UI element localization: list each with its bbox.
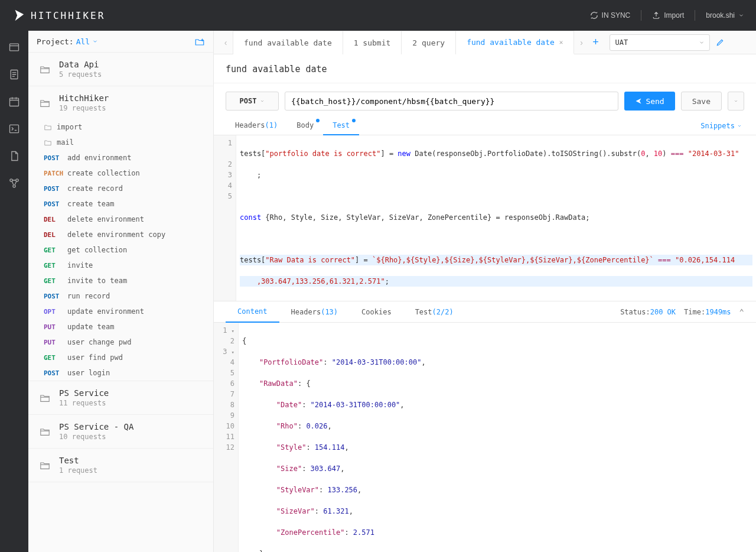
send-icon xyxy=(635,98,642,105)
subtab-headers[interactable]: Headers(1) xyxy=(226,116,287,135)
project-filter[interactable]: Project: All xyxy=(28,31,213,53)
method-select[interactable]: POST xyxy=(226,92,279,111)
request-item[interactable]: GETuser find pwd xyxy=(28,350,213,365)
folder-icon xyxy=(39,427,51,436)
nav-rail xyxy=(0,31,28,552)
request-item[interactable]: GETget collection xyxy=(28,242,213,258)
folder-icon xyxy=(39,393,51,402)
app-header: HITCHHIKER IN SYNC Import brook.shi xyxy=(0,0,756,31)
folder-icon xyxy=(44,139,52,146)
chevron-down-icon xyxy=(737,124,742,128)
request-tabbar: ‹ fund available date1 submit2 queryfund… xyxy=(214,31,756,54)
url-input[interactable] xyxy=(285,92,618,111)
nav-file-icon[interactable] xyxy=(8,150,20,162)
brand-text: HITCHHIKER xyxy=(31,10,105,21)
pencil-icon xyxy=(716,38,724,47)
request-tab[interactable]: 2 query xyxy=(402,31,456,54)
svg-point-4 xyxy=(10,179,12,181)
chevron-down-icon xyxy=(260,99,265,103)
chevron-down-icon xyxy=(699,40,705,46)
request-tab[interactable]: fund available date xyxy=(233,31,343,54)
sidebar: Project: All Data Api5 requestsHitchHike… xyxy=(28,31,214,552)
request-item[interactable]: OPTupdate environment xyxy=(28,304,213,319)
tabs-scroll-right[interactable]: › xyxy=(574,38,588,47)
request-item[interactable]: DELdelete environment xyxy=(28,212,213,227)
request-item[interactable]: PUTupdate team xyxy=(28,319,213,335)
folder-icon xyxy=(39,98,51,108)
subtab-body[interactable]: Body xyxy=(287,116,323,135)
user-menu[interactable]: brook.shi xyxy=(706,11,744,20)
tabs-scroll-left[interactable]: ‹ xyxy=(219,38,233,47)
environment-select[interactable]: UAT xyxy=(610,34,710,51)
save-button[interactable]: Save xyxy=(681,92,722,111)
request-title: fund available date xyxy=(214,54,756,83)
request-item[interactable]: POSTadd environment xyxy=(28,150,213,165)
nav-doc-icon[interactable] xyxy=(8,69,20,80)
test-editor[interactable]: 12345 tests["portfolio date is correct"]… xyxy=(214,135,756,301)
folder-icon xyxy=(44,124,52,131)
import-button[interactable]: Import xyxy=(652,11,684,20)
collection-header[interactable]: PS Service11 requests xyxy=(28,381,213,414)
collection-header[interactable]: HitchHiker19 requests xyxy=(28,86,213,119)
brand-logo: HITCHHIKER xyxy=(12,9,105,22)
dot-indicator xyxy=(316,119,320,122)
svg-point-5 xyxy=(16,179,18,181)
new-tab-button[interactable]: + xyxy=(588,36,602,48)
collapse-response-button[interactable]: ⌃ xyxy=(739,307,744,317)
close-icon[interactable]: ✕ xyxy=(559,38,563,46)
request-tab[interactable]: fund available date✕ xyxy=(456,31,574,54)
subtab-test[interactable]: Test xyxy=(323,116,359,135)
request-item[interactable]: GETinvite xyxy=(28,258,213,273)
nav-api-icon[interactable] xyxy=(8,177,20,189)
send-button[interactable]: Send xyxy=(624,92,674,111)
dot-indicator xyxy=(352,119,356,122)
svg-point-6 xyxy=(13,185,15,187)
sync-icon xyxy=(590,11,598,20)
resp-tab-content[interactable]: Content xyxy=(226,301,279,323)
svg-rect-0 xyxy=(10,44,19,51)
folder-icon xyxy=(39,64,51,74)
upload-icon xyxy=(652,11,660,20)
add-collection-button[interactable] xyxy=(194,37,205,46)
logo-icon xyxy=(12,9,25,22)
edit-env-button[interactable] xyxy=(716,38,724,47)
sync-status[interactable]: IN SYNC xyxy=(590,11,631,20)
request-item[interactable]: POSTrun record xyxy=(28,288,213,304)
nav-terminal-icon[interactable] xyxy=(8,123,20,135)
request-item[interactable]: POSTcreate team xyxy=(28,196,213,212)
folder-item[interactable]: mail xyxy=(28,135,213,150)
request-item[interactable]: PUTuser change pwd xyxy=(28,335,213,350)
chevron-down-icon xyxy=(92,38,98,44)
request-item[interactable]: DELdelete environment copy xyxy=(28,227,213,242)
request-item[interactable]: GETinvite to team xyxy=(28,273,213,288)
collection-header[interactable]: Data Api5 requests xyxy=(28,53,213,86)
folder-item[interactable]: import xyxy=(28,119,213,135)
folder-icon xyxy=(39,460,51,470)
svg-rect-2 xyxy=(10,98,19,106)
chevron-down-icon xyxy=(734,99,738,103)
nav-schedule-icon[interactable] xyxy=(8,96,20,108)
svg-rect-3 xyxy=(10,125,19,132)
response-viewer[interactable]: 1 ▾23 ▾456789101112 { "PortfolioDate": "… xyxy=(214,323,756,552)
snippets-button[interactable]: Snippets xyxy=(698,116,744,135)
save-options-button[interactable] xyxy=(728,92,744,111)
main-content: ‹ fund available date1 submit2 queryfund… xyxy=(214,31,756,552)
resp-tab-test[interactable]: Test(2/2) xyxy=(403,302,465,322)
collection-header[interactable]: PS Service - QA10 requests xyxy=(28,415,213,448)
request-item[interactable]: PATCHcreate collection xyxy=(28,165,213,181)
request-item[interactable]: POSTuser login xyxy=(28,365,213,381)
resp-tab-headers[interactable]: Headers(13) xyxy=(279,302,350,322)
request-tab[interactable]: 1 submit xyxy=(343,31,402,54)
chevron-down-icon xyxy=(738,12,744,18)
nav-collections-icon[interactable] xyxy=(8,41,20,53)
resp-tab-cookies[interactable]: Cookies xyxy=(350,302,403,322)
collection-header[interactable]: Test1 request xyxy=(28,449,213,482)
request-item[interactable]: POSTcreate record xyxy=(28,181,213,196)
